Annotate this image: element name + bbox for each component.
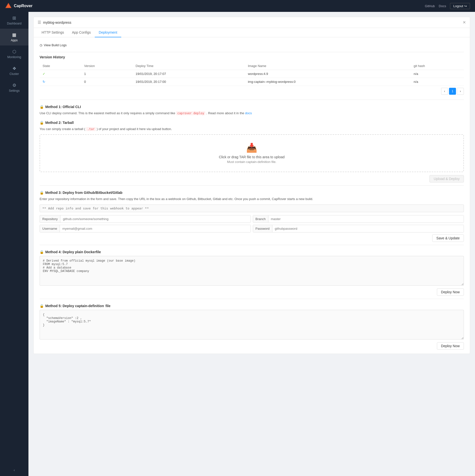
method2-section: 🔒 Method 2: Tarball You can simply creat… <box>40 121 464 183</box>
repository-label: Repository <box>40 215 60 223</box>
password-input[interactable] <box>272 225 464 232</box>
method3-section: 🔒 Method 3: Deploy from Github/Bitbucket… <box>40 191 464 242</box>
tab-app-configs[interactable]: App Configs <box>68 28 95 37</box>
divider-3 <box>40 185 464 186</box>
row-version: 1 <box>81 70 133 78</box>
repo-form-grid: Repository Branch Username Password <box>40 215 464 232</box>
divider-4 <box>40 245 464 245</box>
logout-button[interactable]: Logout ↪ <box>450 3 470 9</box>
lock-icon-3: 🔒 <box>40 191 44 195</box>
method5-section: 🔒 Method 5: Deploy captain-definition fi… <box>40 304 464 350</box>
repository-field: Repository <box>40 215 251 223</box>
sidebar-item-settings[interactable]: ⚙ Settings <box>0 79 28 96</box>
sidebar-item-apps[interactable]: ▦ Apps <box>0 29 28 45</box>
tar-command: .tar <box>86 127 96 131</box>
save-update-btn-row: Save & Update <box>40 234 464 242</box>
method2-description: You can simply create a tarball ( .tar )… <box>40 127 464 132</box>
sidebar-item-label: Cluster <box>9 72 19 76</box>
method5-file-link[interactable]: file <box>105 304 110 308</box>
upload-btn-row: Upload & Deploy <box>40 175 464 182</box>
lock-icon-5: 🔒 <box>40 304 44 308</box>
dashboard-icon: ⊞ <box>12 15 16 21</box>
upload-icon: 📥 <box>48 143 455 153</box>
pagination-prev-button[interactable]: ‹ <box>441 88 448 95</box>
tab-http-settings[interactable]: HTTP Settings <box>38 28 68 37</box>
username-label: Username <box>40 225 60 232</box>
view-build-logs-link[interactable]: ◷ View Build Logs <box>40 41 464 49</box>
method1-description: Use CLI deploy command. This is the easi… <box>40 111 464 116</box>
webhook-input[interactable] <box>40 204 464 212</box>
panel-header: ☰ myblog-wordpress ✕ <box>34 17 470 28</box>
app-icon: ☰ <box>38 20 41 25</box>
branch-input[interactable] <box>268 215 464 223</box>
pagination: ‹ 1 › <box>40 86 464 97</box>
repository-input[interactable] <box>60 215 250 223</box>
divider-5 <box>40 299 464 299</box>
caprover-logo <box>5 2 12 9</box>
method4-title: 🔒 Method 4: Deploy plain Dockerfile <box>40 250 464 254</box>
branch-field: Branch <box>253 215 464 223</box>
tab-deployment[interactable]: Deployment <box>95 28 121 37</box>
upload-dropzone[interactable]: 📥 Click or drag TAR file to this area to… <box>40 134 464 172</box>
sidebar-collapse-button[interactable]: ‹ <box>0 464 28 476</box>
sidebar-item-label: Settings <box>9 89 20 92</box>
deploy-now-button-4[interactable]: Deploy Now <box>437 288 464 296</box>
docs-link-method1[interactable]: docs <box>245 111 252 115</box>
table-row: ✓ 1 19/01/2019, 20:17:07 wordpress:4.9 n… <box>40 70 464 78</box>
method4-section: 🔒 Method 4: Deploy plain Dockerfile # De… <box>40 250 464 296</box>
deploy-now-btn-row-5: Deploy Now <box>40 342 464 350</box>
upload-deploy-button[interactable]: Upload & Deploy <box>429 175 464 182</box>
col-deploy-time: Deploy Time <box>133 62 245 70</box>
topbar: CapRover GitHub Docs Logout ↪ <box>0 0 475 12</box>
sidebar-item-cluster[interactable]: ❖ Cluster <box>0 62 28 79</box>
pagination-next-button[interactable]: › <box>457 88 464 95</box>
row-state: ✓ <box>40 70 81 78</box>
captain-definition-textarea[interactable]: { "schemaVersion" :2 , "imageName" : "my… <box>40 310 464 340</box>
divider-2 <box>40 100 464 100</box>
app-panel: ☰ myblog-wordpress ✕ HTTP Settings App C… <box>33 17 470 354</box>
row-git-hash: n/a <box>411 70 464 78</box>
sync-icon: ↻ <box>43 80 45 84</box>
lock-icon-4: 🔒 <box>40 250 44 254</box>
row-deploy-time: 19/01/2019, 20:17:07 <box>133 70 245 78</box>
row-image-name: wordpress:4.9 <box>245 70 411 78</box>
method3-title: 🔒 Method 3: Deploy from Github/Bitbucket… <box>40 191 464 195</box>
sidebar-item-label: Dashboard <box>7 22 22 25</box>
cli-command: caprover deploy <box>176 111 205 115</box>
settings-icon: ⚙ <box>12 83 16 88</box>
tabs: HTTP Settings App Configs Deployment <box>34 28 470 37</box>
username-field: Username <box>40 225 251 232</box>
chevron-left-icon: ‹ <box>14 468 15 472</box>
success-icon: ✓ <box>43 72 45 76</box>
captain-definition-text: captain-definition <box>246 160 270 164</box>
col-version: Version <box>81 62 133 70</box>
deploy-now-button-5[interactable]: Deploy Now <box>437 342 464 350</box>
panel-close-button[interactable]: ✕ <box>463 20 466 25</box>
github-link[interactable]: GitHub <box>425 4 435 8</box>
col-state: State <box>40 62 81 70</box>
save-update-button[interactable]: Save & Update <box>432 234 464 242</box>
main-content: ☰ myblog-wordpress ✕ HTTP Settings App C… <box>28 12 475 476</box>
clock-icon: ◷ <box>40 43 42 47</box>
sidebar-item-dashboard[interactable]: ⊞ Dashboard <box>0 12 28 29</box>
row-version: 0 <box>81 78 133 86</box>
method1-title: 🔒 Method 1: Official CLI <box>40 105 464 109</box>
username-input[interactable] <box>60 225 251 232</box>
row-git-hash: n/a <box>411 78 464 86</box>
apps-icon: ▦ <box>12 32 16 38</box>
docs-link[interactable]: Docs <box>439 4 446 8</box>
sidebar-item-monitoring[interactable]: ⬡ Monitoring <box>0 45 28 62</box>
password-field: Password <box>253 225 464 232</box>
topbar-links: GitHub Docs Logout ↪ <box>425 3 470 9</box>
method5-title: 🔒 Method 5: Deploy captain-definition fi… <box>40 304 464 308</box>
table-row: ↻ 0 19/01/2019, 20:17:00 img-captain--my… <box>40 78 464 86</box>
version-history-title: Version History <box>40 55 464 59</box>
method2-title: 🔒 Method 2: Tarball <box>40 121 464 125</box>
logout-icon: ↪ <box>464 4 467 8</box>
sidebar: ⊞ Dashboard ▦ Apps ⬡ Monitoring ❖ Cluste… <box>0 12 28 476</box>
sidebar-item-label: Apps <box>11 39 18 42</box>
version-history-table: State Version Deploy Time Image Name git… <box>40 62 464 86</box>
dockerfile-textarea[interactable]: # Derived from official mysql image (our… <box>40 256 464 286</box>
pagination-page-1-button[interactable]: 1 <box>449 88 456 95</box>
divider <box>40 52 464 52</box>
